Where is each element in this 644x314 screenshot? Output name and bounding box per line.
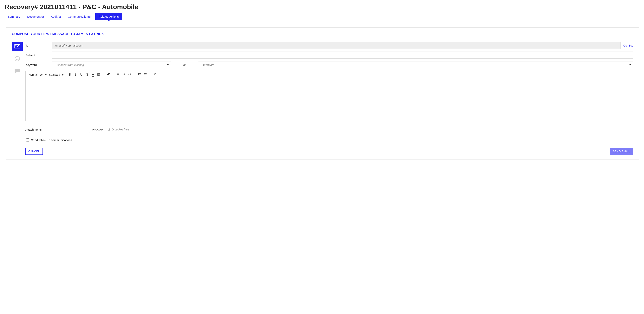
italic-icon: I [75,73,76,76]
text-color-button[interactable]: A [91,72,95,77]
channel-email[interactable] [12,42,23,51]
tab-bar: Summary Document(s) Audit(s) Communicati… [5,13,644,20]
strike-button[interactable]: S [85,72,89,77]
svg-text:3: 3 [138,74,139,75]
subject-row: Subject [26,52,633,59]
page-title: Recovery# 2021011411 - P&C - Automobile [5,3,644,11]
chat-icon [14,68,20,75]
clear-format-button[interactable]: Tx [153,72,157,77]
tab-audits[interactable]: Audit(s) [48,13,64,20]
chevron-down-icon [629,64,631,65]
actions-row: CANCEL SEND EMAIL [26,148,633,155]
underline-button[interactable]: U [79,72,84,77]
indent-button[interactable] [128,72,132,77]
send-email-button[interactable]: SEND EMAIL [610,148,633,155]
divider [0,24,644,24]
template-placeholder: ---template--- [200,63,218,66]
indent-icon [128,73,132,77]
bcc-link[interactable]: Bcc [628,44,633,47]
editor-toolbar: Normal Text Standard B I U S A A [26,71,633,78]
italic-button[interactable]: I [73,72,78,77]
unordered-list-icon [144,73,147,77]
to-row: To Cc Bcc [26,42,633,49]
strike-icon: S [86,73,88,76]
underline-icon: U [80,73,82,76]
to-input[interactable] [52,42,621,49]
form-column: To Cc Bcc Subject Keyword ---Choose from… [26,42,633,155]
channel-chat[interactable] [12,67,23,76]
clear-format-icon: Tx [154,73,156,77]
align-left-button[interactable] [116,72,120,77]
outdent-icon [122,73,126,77]
outdent-button[interactable] [122,72,126,77]
cancel-button[interactable]: CANCEL [26,148,43,155]
followup-label: Send follow up communication? [31,138,72,142]
link-button[interactable] [106,72,111,77]
whatsapp-icon [14,56,20,62]
sort-caret-icon [45,74,46,76]
editor-body[interactable] [26,78,633,121]
tab-summary[interactable]: Summary [5,13,23,20]
font-size-label: Standard [49,73,60,76]
to-label: To [26,44,52,47]
upload-button[interactable]: UPLOAD [90,126,106,133]
card-title: COMPOSE YOUR FIRST MESSAGE TO JAMES PATR… [12,32,633,36]
tab-communications[interactable]: Communication(s) [65,13,95,20]
sort-caret-icon [62,74,64,76]
keyword-label: Keyword [26,63,52,66]
compose-card: COMPOSE YOUR FIRST MESSAGE TO JAMES PATR… [6,27,639,160]
email-icon [14,43,20,50]
ordered-list-button[interactable]: 123 [138,72,142,77]
keyword-select[interactable]: ---Choose from existing--- [52,61,171,68]
file-upload-icon [107,128,110,131]
bold-icon: B [68,73,71,76]
subject-input[interactable] [52,52,633,59]
subject-label: Subject [26,53,52,57]
ordered-list-icon: 123 [138,73,141,77]
drop-text: Drop files here [112,128,129,131]
unordered-list-button[interactable] [143,72,148,77]
keyword-placeholder: ---Choose from existing--- [54,63,87,66]
followup-row: Send follow up communication? [26,138,633,142]
template-select[interactable]: ---template--- [198,61,633,68]
upload-dropzone[interactable]: UPLOAD Drop files here [90,126,172,133]
keyword-row: Keyword ---Choose from existing--- -or- … [26,61,633,68]
tab-documents[interactable]: Document(s) [24,13,47,20]
tab-related-actions[interactable]: Related Actions [95,13,122,20]
svg-point-5 [144,73,144,74]
font-size-select[interactable]: Standard [48,72,65,77]
link-icon [107,73,110,77]
text-style-select[interactable]: Normal Text [28,72,48,77]
text-color-icon: A [92,73,94,77]
bold-button[interactable]: B [68,72,72,77]
highlight-button[interactable]: A [97,72,101,77]
align-left-icon [117,73,120,77]
text-style-label: Normal Text [29,73,43,76]
or-separator: -or- [171,63,198,66]
highlight-icon: A [98,73,100,76]
cc-link[interactable]: Cc [624,44,627,47]
svg-point-7 [144,75,144,75]
channel-whatsapp[interactable] [12,54,23,64]
attachments-label: Attachments [26,128,90,131]
svg-point-1 [15,56,20,61]
svg-point-6 [144,74,144,74]
chevron-down-icon [167,64,169,65]
followup-checkbox[interactable] [26,138,29,142]
attachments-row: Attachments UPLOAD Drop files here [26,126,633,133]
channel-column [12,42,26,155]
rich-text-editor: Normal Text Standard B I U S A A [26,71,633,121]
